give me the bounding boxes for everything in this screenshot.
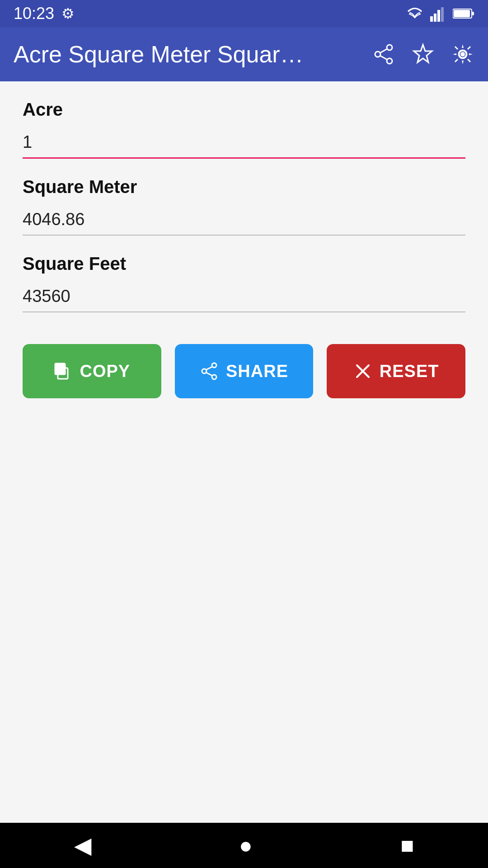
svg-line-11 <box>380 56 387 60</box>
svg-rect-5 <box>454 10 470 17</box>
copy-button[interactable]: COPY <box>23 344 161 398</box>
square-feet-label: Square Feet <box>23 254 465 274</box>
svg-rect-2 <box>437 10 440 22</box>
status-bar-right <box>406 5 474 22</box>
wifi-icon <box>406 7 424 20</box>
svg-point-8 <box>387 58 392 64</box>
copy-button-label: COPY <box>80 362 130 381</box>
acre-field-group: Acre <box>23 99 465 159</box>
square-meter-input[interactable] <box>23 205 465 236</box>
status-settings-icon: ⚙ <box>61 5 75 22</box>
svg-point-7 <box>387 45 392 50</box>
reset-button-label: RESET <box>380 362 439 381</box>
svg-point-9 <box>375 52 380 57</box>
svg-point-15 <box>460 52 465 57</box>
svg-rect-0 <box>430 16 433 22</box>
signal-icon <box>430 5 446 22</box>
home-button[interactable]: ● <box>239 832 253 859</box>
status-bar: 10:23 ⚙ <box>0 0 488 27</box>
app-bar-actions <box>372 42 474 66</box>
svg-rect-17 <box>55 363 65 374</box>
svg-rect-6 <box>472 12 474 15</box>
svg-line-23 <box>206 373 212 376</box>
acre-label: Acre <box>23 99 465 120</box>
bottom-nav: ◀ ● ■ <box>0 823 488 868</box>
svg-point-19 <box>212 363 216 368</box>
square-meter-field-group: Square Meter <box>23 177 465 236</box>
svg-rect-1 <box>434 14 436 22</box>
settings-icon[interactable] <box>451 42 474 66</box>
svg-point-20 <box>212 375 216 379</box>
battery-icon <box>453 7 474 20</box>
status-bar-left: 10:23 ⚙ <box>14 4 75 23</box>
svg-marker-12 <box>414 45 432 62</box>
svg-point-21 <box>202 369 206 373</box>
copy-icon <box>53 362 72 381</box>
svg-line-22 <box>206 367 212 370</box>
acre-input[interactable] <box>23 128 465 159</box>
square-feet-input[interactable] <box>23 282 465 312</box>
reset-icon <box>353 362 372 381</box>
favorite-icon[interactable] <box>411 42 435 66</box>
app-bar: Acre Square Meter Squar… <box>0 27 488 81</box>
action-buttons-row: COPY SHARE RESET <box>23 344 465 398</box>
reset-button[interactable]: RESET <box>327 344 465 398</box>
share-icon[interactable] <box>372 43 395 66</box>
status-time: 10:23 <box>14 4 54 23</box>
share-button-label: SHARE <box>226 362 288 381</box>
share-button[interactable]: SHARE <box>175 344 314 398</box>
recents-button[interactable]: ■ <box>400 832 414 859</box>
app-title: Acre Square Meter Squar… <box>14 41 363 68</box>
back-button[interactable]: ◀ <box>74 832 91 859</box>
svg-line-10 <box>380 49 387 53</box>
square-feet-field-group: Square Feet <box>23 254 465 312</box>
square-meter-label: Square Meter <box>23 177 465 197</box>
main-content: Acre Square Meter Square Feet COPY <box>0 81 488 823</box>
share-btn-icon <box>200 362 219 381</box>
svg-rect-3 <box>441 7 444 22</box>
